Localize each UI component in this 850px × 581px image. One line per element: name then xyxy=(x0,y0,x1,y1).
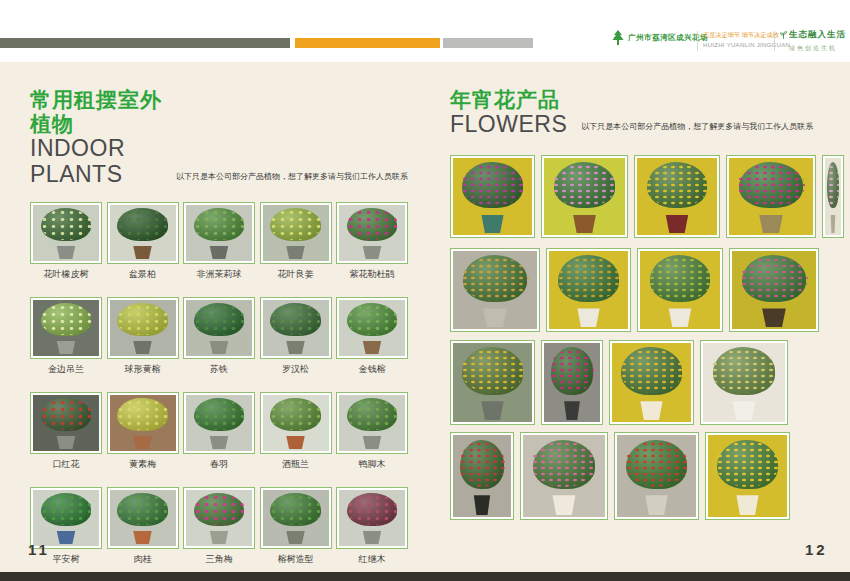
plant-photo xyxy=(107,487,179,549)
pot-shape xyxy=(830,215,835,233)
pot-shape xyxy=(664,215,690,233)
flower-row-1 xyxy=(450,155,846,238)
flower-photo xyxy=(450,340,535,425)
bloom-texture xyxy=(461,349,524,393)
plant-cell: 黄素梅 xyxy=(107,392,179,471)
left-page: 常用租摆室外植物 INDOOR PLANTS 以下只是本公司部分产品植物，想了解… xyxy=(30,88,408,581)
plant-photo xyxy=(107,297,179,359)
flower-photo-image xyxy=(703,343,785,422)
flower-photo xyxy=(634,155,720,238)
plant-label: 金边吊兰 xyxy=(30,363,102,376)
pot-shape xyxy=(731,401,757,420)
pot-shape xyxy=(55,436,76,449)
bloom-texture xyxy=(648,257,712,301)
header-divider xyxy=(697,31,698,51)
plant-photo xyxy=(183,487,255,549)
flower-row-2 xyxy=(450,248,846,332)
pot-shape xyxy=(361,531,382,544)
flower-photo-image xyxy=(453,158,532,235)
plant-photo-image xyxy=(263,300,329,356)
flower-photo-image xyxy=(612,343,691,422)
flower-photo xyxy=(609,340,694,425)
flower-photo-image xyxy=(544,158,625,235)
pot-shape xyxy=(285,341,306,354)
flower-photo xyxy=(637,248,723,332)
left-title-row: 常用租摆室外植物 INDOOR PLANTS 以下只是本公司部分产品植物，想了解… xyxy=(30,88,408,187)
plant-photo-image xyxy=(186,300,252,356)
slogan-pinyin: HUIZHI YUANLIN JINGGUAN xyxy=(703,42,769,48)
flower-photo xyxy=(546,248,631,332)
bloom-texture xyxy=(461,257,528,301)
plant-cell: 花叶良姜 xyxy=(260,202,332,281)
right-page-title-cn: 年宵花产品 xyxy=(450,88,567,112)
pot-shape xyxy=(132,531,153,544)
plant-photo xyxy=(260,202,332,264)
plant-photo-image xyxy=(339,490,405,546)
plant-label: 苏铁 xyxy=(183,363,255,376)
flower-photo xyxy=(726,155,816,238)
pot-shape xyxy=(132,341,153,354)
plant-cell: 酒瓶兰 xyxy=(260,392,332,471)
plant-photo-image xyxy=(33,300,99,356)
pot-shape xyxy=(735,495,760,515)
bloom-texture xyxy=(116,304,169,335)
plant-photo-image xyxy=(186,490,252,546)
plant-photo-image xyxy=(186,205,252,261)
left-page-title-cn: 常用租摆室外植物 xyxy=(30,88,162,136)
top-band: 广州市荔湾区成兴花场 态度决定细节 细节决定成败 HUIZHI YUANLIN … xyxy=(0,0,850,62)
sprout-icon xyxy=(780,30,787,40)
flower-grid xyxy=(450,155,846,520)
plant-label: 口红花 xyxy=(30,458,102,471)
flower-photo-image xyxy=(453,343,532,422)
plant-photo xyxy=(183,392,255,454)
flower-photo-image xyxy=(549,251,628,329)
pot-shape xyxy=(208,341,229,354)
pot-shape xyxy=(55,341,76,354)
pot-shape xyxy=(132,436,153,449)
pot-shape xyxy=(361,341,382,354)
plant-cell: 花叶橡皮树 xyxy=(30,202,102,281)
plant-photo xyxy=(260,487,332,549)
plant-label: 盆景柏 xyxy=(107,268,179,281)
eco-sub-slogan: 绿色创造生机 xyxy=(780,44,846,53)
plant-photo xyxy=(30,202,102,264)
plant-cell: 紫花勒杜鹃 xyxy=(336,202,408,281)
bloom-texture xyxy=(116,399,169,430)
plant-photo-image xyxy=(186,395,252,451)
pot-shape xyxy=(361,436,382,449)
flower-photo-image xyxy=(453,251,537,329)
flower-photo-image xyxy=(637,158,717,235)
pot-shape xyxy=(667,308,693,327)
bloom-texture xyxy=(625,441,688,487)
plant-photo-image xyxy=(263,490,329,546)
plant-photo xyxy=(107,392,179,454)
bloom-texture xyxy=(269,494,322,525)
plant-photo-image xyxy=(110,490,176,546)
bloom-texture xyxy=(740,257,807,301)
flower-photo xyxy=(700,340,788,425)
flower-row-4 xyxy=(450,432,846,520)
pot-shape xyxy=(55,531,76,544)
company-name: 广州市荔湾区成兴花场 xyxy=(628,33,708,43)
plant-photo xyxy=(336,297,408,359)
plant-photo xyxy=(260,297,332,359)
plant-photo-image xyxy=(110,395,176,451)
slogan-group: 态度决定细节 细节决定成败 HUIZHI YUANLIN JINGGUAN xyxy=(703,31,769,48)
plant-photo xyxy=(30,297,102,359)
plant-cell: 口红花 xyxy=(30,392,102,471)
bloom-texture xyxy=(716,441,779,487)
plant-cell: 苏铁 xyxy=(183,297,255,376)
plant-cell: 金边吊兰 xyxy=(30,297,102,376)
plant-label: 花叶橡皮树 xyxy=(30,268,102,281)
plant-label: 球形黄榕 xyxy=(107,363,179,376)
plant-photo-image xyxy=(33,205,99,261)
flower-photo xyxy=(541,340,603,425)
plant-cell: 鸭脚木 xyxy=(336,392,408,471)
company-logo-group: 广州市荔湾区成兴花场 xyxy=(612,30,708,45)
flower-photo-image xyxy=(617,435,696,517)
plant-photo xyxy=(336,202,408,264)
flower-photo xyxy=(822,155,844,238)
flower-photo xyxy=(729,248,819,332)
plant-label: 春羽 xyxy=(183,458,255,471)
pot-shape xyxy=(572,215,598,233)
